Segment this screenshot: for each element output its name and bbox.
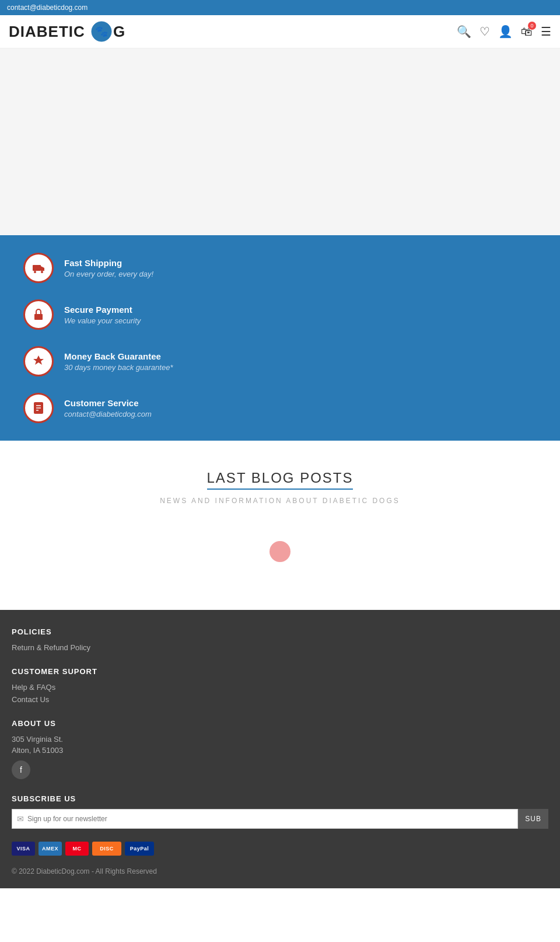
fast-shipping-title: Fast Shipping xyxy=(64,258,153,268)
svg-rect-6 xyxy=(34,314,43,320)
facebook-icon[interactable]: f xyxy=(12,760,30,779)
subscribe-button[interactable]: SUB xyxy=(518,809,548,829)
svg-rect-2 xyxy=(33,265,41,271)
fast-shipping-subtitle: On every order, every day! xyxy=(64,270,153,278)
fast-shipping-icon-circle xyxy=(23,253,54,283)
customer-support-title: CUSTOMER SUPORT xyxy=(12,667,548,676)
loading-spinner xyxy=(270,541,290,562)
footer: POLICIES Return & Refund Policy CUSTOMER… xyxy=(0,610,560,888)
discover-icon: DISC xyxy=(92,842,121,856)
about-us-title: ABOUT US xyxy=(12,719,548,728)
svg-point-4 xyxy=(34,271,36,273)
customer-service-icon-circle xyxy=(23,393,54,423)
secure-payment-subtitle: We value your security xyxy=(64,316,141,325)
features-bar: Fast Shipping On every order, every day!… xyxy=(0,235,560,441)
cart-badge: 0 xyxy=(528,22,536,30)
feature-customer-service: Customer Service contact@diabeticdog.com xyxy=(23,393,537,423)
subscribe-title: SUBSCRIBE US xyxy=(12,794,548,803)
footer-about-us: ABOUT US 305 Virginia St. Alton, IA 5100… xyxy=(12,719,548,779)
svg-text:🐾: 🐾 xyxy=(95,25,108,38)
menu-icon[interactable]: ☰ xyxy=(541,25,551,39)
svg-marker-3 xyxy=(41,266,44,271)
mastercard-icon: MC xyxy=(65,842,89,856)
customer-service-subtitle: contact@diabeticdog.com xyxy=(64,410,152,418)
money-back-title: Money Back Guarantee xyxy=(64,351,173,361)
help-faqs-link[interactable]: Help & FAQs xyxy=(12,683,548,692)
search-icon[interactable]: 🔍 xyxy=(457,25,471,39)
blog-loader xyxy=(12,528,548,575)
logo-text-2: G xyxy=(113,23,125,41)
return-refund-link[interactable]: Return & Refund Policy xyxy=(12,643,548,652)
feature-secure-payment: Secure Payment We value your security xyxy=(23,299,537,330)
contact-us-link[interactable]: Contact Us xyxy=(12,695,548,704)
subscribe-input-wrap: ✉ xyxy=(12,809,518,829)
footer-copyright: © 2022 DiabeticDog.com - All Rights Rese… xyxy=(12,866,548,877)
address-line1: 305 Virginia St. xyxy=(12,735,548,744)
footer-policies: POLICIES Return & Refund Policy xyxy=(12,627,548,652)
account-icon[interactable]: 👤 xyxy=(498,25,513,39)
blog-title: LAST BLOG POSTS xyxy=(207,470,354,490)
header: DIABETIC 🐾 G 🔍 ♡ 👤 🛍 0 ☰ xyxy=(0,15,560,48)
policies-title: POLICIES xyxy=(12,627,548,636)
secure-payment-title: Secure Payment xyxy=(64,305,141,315)
hero-area xyxy=(0,48,560,235)
money-back-subtitle: 30 days money back guarantee* xyxy=(64,363,173,372)
subscribe-form: ✉ SUB xyxy=(12,809,548,829)
payment-icons: VISA AMEX MC DISC PayPal xyxy=(12,842,548,856)
dog-icon: 🐾 xyxy=(91,21,112,42)
secure-payment-text: Secure Payment We value your security xyxy=(64,305,141,325)
svg-point-5 xyxy=(41,271,43,273)
blog-subtitle: NEWS AND INFORMATION ABOUT DIABETIC DOGS xyxy=(12,497,548,505)
fast-shipping-text: Fast Shipping On every order, every day! xyxy=(64,258,153,278)
feature-fast-shipping: Fast Shipping On every order, every day! xyxy=(23,253,537,283)
feature-money-back: Money Back Guarantee 30 days money back … xyxy=(23,346,537,376)
footer-customer-support: CUSTOMER SUPORT Help & FAQs Contact Us xyxy=(12,667,548,704)
contact-email: contact@diabeticdog.com xyxy=(7,4,88,12)
logo: DIABETIC 🐾 G xyxy=(9,21,125,42)
subscribe-email-icon: ✉ xyxy=(17,814,24,824)
cart-icon[interactable]: 🛍 0 xyxy=(521,25,533,39)
blog-section: LAST BLOG POSTS NEWS AND INFORMATION ABO… xyxy=(0,441,560,610)
money-back-icon-circle xyxy=(23,346,54,376)
subscribe-section: SUBSCRIBE US ✉ SUB xyxy=(12,794,548,829)
header-icons: 🔍 ♡ 👤 🛍 0 ☰ xyxy=(457,25,551,39)
top-bar: contact@diabeticdog.com xyxy=(0,0,560,15)
secure-payment-icon-circle xyxy=(23,299,54,330)
customer-service-title: Customer Service xyxy=(64,398,152,408)
social-links: f xyxy=(12,760,548,779)
logo-text: DIABETIC xyxy=(9,23,90,41)
money-back-text: Money Back Guarantee 30 days money back … xyxy=(64,351,173,372)
customer-service-text: Customer Service contact@diabeticdog.com xyxy=(64,398,152,418)
wishlist-icon[interactable]: ♡ xyxy=(480,25,490,39)
visa-icon: VISA xyxy=(12,842,35,856)
address-line2: Alton, IA 51003 xyxy=(12,746,548,755)
paypal-icon: PayPal xyxy=(125,842,154,856)
subscribe-email-input[interactable] xyxy=(27,815,513,823)
amex-icon: AMEX xyxy=(38,842,62,856)
